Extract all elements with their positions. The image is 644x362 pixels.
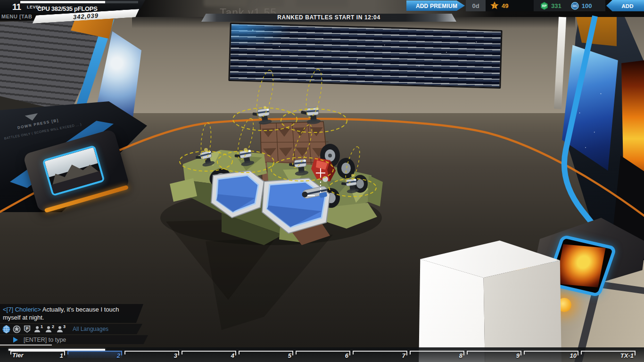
chat-underline [0, 345, 52, 346]
chat-sender: <[7] Choleric> [3, 306, 41, 313]
language-globe-icon[interactable] [13, 325, 21, 333]
person-icon [56, 325, 64, 333]
sign-letter-fragment [254, 0, 284, 7]
add-premium-button[interactable]: ADD PREMIUM [406, 0, 465, 11]
svg-text:RP: RP [542, 4, 547, 8]
tier-segment[interactable]: 2 [67, 351, 122, 358]
party-count-icon[interactable]: 2 [45, 325, 53, 333]
cpu-bar-fill [20, 1, 105, 3]
rp-gc-segment: RP 331 GC 100 [534, 0, 605, 11]
ranked-battles-banner: RANKED BATTLES START IN 12:04 [201, 14, 456, 22]
party-icons: 1 2 3 [33, 325, 65, 333]
tier-bar: Tier 1 2 3 4 5 [0, 347, 644, 362]
currency-bar: ADD PREMIUM 0d 7 49 RP 331 GC 100 ADD FU… [405, 0, 644, 11]
fire-image [556, 244, 606, 288]
tier-segment[interactable]: 1 [10, 351, 65, 358]
tier-segment[interactable]: TX-1 [581, 351, 636, 358]
right-orange-block [576, 17, 617, 46]
tier-segment[interactable]: 9 [467, 351, 521, 358]
svg-text:P: P [26, 326, 29, 331]
svg-text:7: 7 [494, 3, 496, 8]
star-level-segment: 7 49 [486, 0, 534, 11]
menu-button[interactable]: MENU [TAB [1, 14, 32, 19]
chat-message: <[7] Choleric> Actually, it's because I … [0, 304, 143, 323]
rp-hex-icon: RP [540, 2, 548, 10]
gc-count: 100 [582, 2, 592, 9]
tier-segment[interactable]: 5 [239, 351, 293, 358]
game-screen: Tank v1 55 DOWN PRESS [B] BATTLES ONLY (… [0, 0, 644, 362]
chat-prompt-arrow-icon [13, 337, 18, 343]
svg-text:GC: GC [572, 4, 577, 8]
gc-coin-icon: GC [571, 2, 579, 10]
add-funds-button[interactable]: ADD FUNDS [606, 0, 644, 11]
tier-segment[interactable]: 7 [353, 351, 407, 358]
white-cube [416, 238, 563, 362]
tier-segment[interactable]: 10 [524, 351, 578, 358]
chat-input-bar[interactable]: [ENTER] to type [0, 335, 148, 344]
star-icon: 7 [490, 1, 499, 10]
person-icon [33, 325, 41, 333]
level-number: 11 [12, 2, 21, 12]
tier-segments: 1 2 3 4 5 6 [10, 351, 636, 359]
party-count-icon[interactable]: 1 [33, 325, 42, 333]
tier-segment[interactable]: 8 [410, 351, 464, 358]
cpu-progress-track [20, 1, 138, 3]
star-count: 49 [502, 2, 508, 9]
party-count-icon[interactable]: 3 [56, 325, 65, 333]
sign-letter-fragment [296, 0, 348, 7]
led-starfield-panel [228, 23, 502, 89]
chat-input-hint: [ENTER] to type [24, 337, 66, 343]
cpu-text: CPU 382/535 pFLOPS [37, 5, 98, 12]
platoon-chat-icon[interactable]: P [23, 325, 31, 333]
tier-segment[interactable]: 3 [124, 351, 179, 358]
rp-count: 331 [551, 2, 561, 9]
sign-letter-fragment [204, 0, 247, 7]
tier-segment[interactable]: 4 [182, 351, 236, 358]
person-icon [45, 325, 52, 333]
chat-channel-bar: P 1 2 [0, 324, 142, 334]
tier-segment[interactable]: 6 [296, 351, 350, 358]
chat-channel-label[interactable]: All Languages [73, 326, 108, 332]
premium-days: 0d [466, 0, 486, 11]
world-chat-icon[interactable] [2, 325, 10, 333]
